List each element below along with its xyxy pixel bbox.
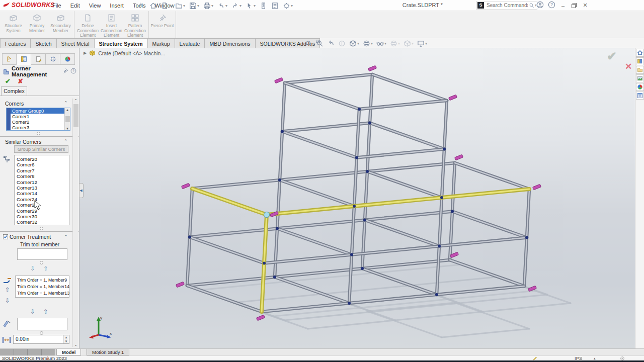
- secondary-trim-box[interactable]: [17, 318, 67, 330]
- property-manager-tab[interactable]: [17, 53, 31, 65]
- list-item[interactable]: Corner8: [17, 173, 69, 179]
- search-commands-box[interactable]: S ▾: [476, 1, 537, 10]
- list-item[interactable]: Corner29: [17, 208, 69, 214]
- menu-edit[interactable]: Edit: [66, 0, 85, 11]
- ok-button[interactable]: ✔: [5, 77, 11, 85]
- complex-tab[interactable]: Complex: [1, 86, 27, 96]
- list-item[interactable]: Trim Order = 1, Member14: [17, 284, 69, 290]
- design-library-icon[interactable]: [636, 57, 644, 65]
- panel-scrollbar[interactable]: ⌃ ⌄: [72, 99, 78, 347]
- save-button[interactable]: ▾: [188, 2, 200, 10]
- view-palette-icon[interactable]: [636, 74, 644, 82]
- corners-scrollbar[interactable]: ▲▼: [64, 108, 70, 130]
- scroll-down-icon[interactable]: ▼: [66, 127, 69, 130]
- move-up-icon[interactable]: ⇧: [43, 265, 48, 272]
- insert-connection-element-button[interactable]: Insert Connection Element: [100, 12, 123, 37]
- select-button[interactable]: ▾: [245, 2, 257, 10]
- list-item[interactable]: Corner Group0: [11, 108, 64, 114]
- structure-system-button[interactable]: Structure System: [2, 12, 25, 37]
- appearances-icon[interactable]: [636, 83, 644, 91]
- panel-collapse-tab[interactable]: ◀: [79, 183, 84, 198]
- list-item[interactable]: Trim Order = 1, Member13: [17, 290, 69, 297]
- list-item[interactable]: Corner1: [11, 114, 64, 119]
- tab-sheet-metal[interactable]: Sheet Metal: [57, 38, 95, 48]
- list-item[interactable]: Corner13: [17, 185, 69, 191]
- file-explorer-icon[interactable]: [636, 66, 644, 74]
- tab-structure-system[interactable]: Structure System: [95, 38, 148, 48]
- confirm-check-icon[interactable]: ✔: [607, 49, 617, 63]
- custom-properties-icon[interactable]: [636, 92, 644, 100]
- previous-view-icon[interactable]: [327, 40, 335, 47]
- corners-collapse-icon[interactable]: ⌃: [64, 101, 68, 106]
- list-item[interactable]: Corner2: [11, 119, 64, 125]
- breadcrumb[interactable]: ▶ Crate (Default <A> Machin...: [84, 50, 165, 56]
- gap-stepper[interactable]: ▲▼: [63, 335, 69, 344]
- options-button[interactable]: ▾: [282, 2, 294, 10]
- home-tab-icon[interactable]: [636, 49, 644, 57]
- scroll-down-icon[interactable]: ⌄: [74, 342, 77, 347]
- resize-handle[interactable]: [40, 331, 43, 335]
- list-item[interactable]: Corner12: [17, 179, 69, 185]
- list-item[interactable]: Trim Order = 1, Member9: [17, 277, 69, 284]
- keep-visible-pin-icon[interactable]: [62, 68, 68, 75]
- tab-sketch[interactable]: Sketch: [31, 38, 56, 48]
- close-button[interactable]: ✕: [582, 2, 589, 9]
- user-account-icon[interactable]: [536, 1, 544, 10]
- crate-3d-model[interactable]: [79, 48, 635, 348]
- graphics-viewport[interactable]: ▶ Crate (Default <A> Machin... ✔ ✕ ◀ x y: [79, 48, 635, 348]
- file-properties-button[interactable]: [270, 2, 280, 10]
- menu-view[interactable]: View: [85, 0, 106, 11]
- restore-button[interactable]: [571, 2, 578, 9]
- menu-file[interactable]: File: [48, 0, 66, 11]
- scroll-thumb[interactable]: [65, 116, 70, 122]
- pin-menu-icon[interactable]: [137, 2, 143, 9]
- feature-manager-tree-tab[interactable]: [2, 53, 17, 65]
- list-item[interactable]: Corner6: [17, 162, 69, 167]
- display-style-icon[interactable]: ▾: [363, 40, 373, 47]
- view-settings-icon[interactable]: ▾: [417, 40, 427, 47]
- move-down-icon[interactable]: ⇩: [30, 309, 35, 315]
- stepper-up-icon[interactable]: ▲: [65, 336, 68, 339]
- search-icon[interactable]: [529, 3, 534, 8]
- menu-insert[interactable]: Insert: [105, 0, 128, 11]
- tab-scroll-controls[interactable]: [0, 349, 55, 355]
- redo-button[interactable]: ▾: [230, 2, 243, 10]
- pattern-connection-element-button[interactable]: Pattern Connection Element: [123, 12, 147, 37]
- reorder-down-icon[interactable]: ⇩: [5, 298, 10, 304]
- list-item[interactable]: Corner3: [11, 125, 64, 130]
- move-down-icon[interactable]: ⇩: [30, 265, 35, 272]
- define-connection-element-button[interactable]: Define Connection Element: [76, 12, 100, 37]
- resize-handle[interactable]: [40, 261, 43, 264]
- gap-value-field[interactable]: 0.00in: [13, 335, 63, 344]
- tab-evaluate[interactable]: Evaluate: [175, 38, 205, 48]
- secondary-member-button[interactable]: Secondary Member: [49, 12, 72, 37]
- minimize-button[interactable]: –: [559, 2, 567, 9]
- tab-features[interactable]: Features: [0, 38, 31, 48]
- dimxpert-manager-tab[interactable]: [46, 53, 60, 65]
- resize-handle[interactable]: [37, 132, 40, 135]
- hide-show-items-icon[interactable]: ▾: [376, 40, 386, 47]
- list-item[interactable]: Corner7: [17, 168, 69, 173]
- panel-help-icon[interactable]: [70, 68, 76, 75]
- pierce-point-button[interactable]: Pierce Point: [150, 12, 174, 37]
- tab-markup[interactable]: Markup: [148, 38, 175, 48]
- breadcrumb-expand-icon[interactable]: ▶: [84, 51, 87, 55]
- list-item[interactable]: Corner30: [17, 214, 69, 219]
- trim-tool-member-box[interactable]: [17, 248, 67, 260]
- tab-mbd-dimensions[interactable]: MBD Dimensions: [205, 38, 255, 48]
- resize-handle[interactable]: [40, 227, 43, 230]
- primary-member-button[interactable]: Primary Member: [25, 12, 49, 37]
- home-button[interactable]: [148, 2, 158, 10]
- list-item[interactable]: Corner20: [17, 156, 69, 162]
- list-item[interactable]: Corner14: [17, 191, 69, 196]
- model-tab[interactable]: Model: [56, 349, 81, 355]
- similar-corners-collapse-icon[interactable]: ⌃: [64, 139, 68, 144]
- corner-treatment-checkbox[interactable]: [3, 234, 8, 239]
- breadcrumb-text[interactable]: Crate (Default <A> Machin...: [98, 50, 165, 56]
- undo-button[interactable]: ▾: [216, 2, 228, 10]
- cancel-x-icon[interactable]: ✕: [625, 61, 632, 72]
- help-icon[interactable]: [548, 1, 555, 10]
- list-item[interactable]: Corner27: [17, 202, 69, 208]
- move-up-icon[interactable]: ⇧: [43, 309, 48, 315]
- motion-study-tab[interactable]: Motion Study 1: [87, 349, 129, 355]
